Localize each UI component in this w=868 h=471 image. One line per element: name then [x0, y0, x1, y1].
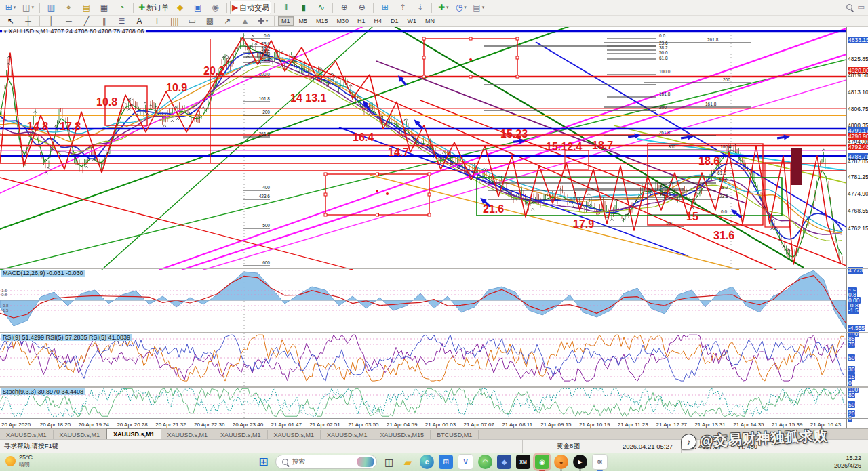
- more-tools-button[interactable]: ✚▾: [254, 14, 271, 28]
- fibonacci-tool[interactable]: ≣: [113, 14, 130, 28]
- taskbar-search-box[interactable]: 搜索: [275, 455, 377, 469]
- store-button[interactable]: ⊞: [439, 455, 453, 469]
- svg-text:14.7: 14.7: [388, 146, 409, 158]
- toolbar-separator: [274, 16, 275, 26]
- tile-windows-button[interactable]: ⊞: [376, 1, 393, 14]
- period-button-caret[interactable]: ▾: [464, 5, 467, 10]
- add-indicator-button[interactable]: ✚▾: [435, 1, 452, 14]
- period-button[interactable]: ◷▾: [452, 1, 469, 14]
- arrange-down-button[interactable]: ⇣: [412, 1, 429, 14]
- timeframe-mn[interactable]: MN: [422, 16, 438, 26]
- pattern-tool[interactable]: ▩: [201, 14, 218, 28]
- toolbar-layout-icon[interactable]: ▭: [858, 3, 865, 12]
- taskbar-clock[interactable]: 15:22 2026/4/26: [834, 455, 861, 470]
- shapes-tool[interactable]: ▭: [184, 14, 201, 28]
- svg-text:423.6: 423.6: [259, 194, 271, 199]
- more-tools-button-caret[interactable]: ▾: [266, 18, 269, 24]
- chart-tab[interactable]: XAUUSD.s,M1: [161, 430, 215, 439]
- data-window-button[interactable]: ⌖: [60, 1, 77, 14]
- timeframe-m5[interactable]: M5: [296, 16, 311, 26]
- search-highlight-image[interactable]: [357, 457, 374, 467]
- triangle-tool[interactable]: ▲: [237, 14, 254, 28]
- candle-chart-button[interactable]: ▮: [295, 1, 312, 14]
- timeframe-d1[interactable]: D1: [387, 16, 402, 26]
- zoom-in-button[interactable]: ⊕: [336, 1, 353, 14]
- template-button[interactable]: ▤▾: [470, 1, 487, 14]
- crosshair-tool[interactable]: ┼: [20, 14, 37, 28]
- toolbar-separator: [274, 3, 275, 13]
- edge-button[interactable]: e: [420, 455, 434, 469]
- chart-canvas[interactable]: 0.023.638.250.061.8100.0161.8200261.8400…: [0, 27, 846, 428]
- zoom-out-button[interactable]: ⊖: [353, 1, 370, 14]
- timeframe-h4[interactable]: H4: [371, 16, 386, 26]
- bar-chart-button[interactable]: ‖: [277, 1, 294, 14]
- navigator-button[interactable]: ▤: [78, 1, 95, 14]
- market-watch-button[interactable]: ▥: [43, 1, 60, 14]
- weather-widget[interactable]: 25°C 晴朗: [5, 454, 33, 468]
- wechat-button[interactable]: ◉: [535, 455, 549, 469]
- bot-app-button[interactable]: ◒: [554, 455, 568, 469]
- chart-tab[interactable]: XAUUSD.s,M1: [0, 430, 54, 439]
- profiles-button-caret[interactable]: ▾: [31, 5, 34, 10]
- file-explorer-button[interactable]: ▰: [401, 455, 415, 469]
- svg-text:100.0: 100.0: [659, 69, 671, 74]
- line-chart-button[interactable]: ∿: [313, 1, 330, 14]
- metaeditor-button[interactable]: ◆: [172, 1, 189, 14]
- autotrade-button[interactable]: ▶自动交易: [230, 1, 271, 14]
- profiles-button[interactable]: ◫▾: [20, 1, 37, 14]
- search-icon: [282, 459, 288, 465]
- strategy-tester-button[interactable]: ◔: [113, 1, 130, 14]
- chevron-down-icon[interactable]: ▾: [4, 29, 7, 34]
- cycle-lines-tool[interactable]: ||||: [166, 14, 183, 28]
- xm-app-button[interactable]: XM: [516, 455, 530, 469]
- chart-tab[interactable]: XAUUSD.s,M1: [214, 430, 268, 439]
- chart-tab[interactable]: BTCUSD,M1: [431, 430, 479, 439]
- panel-splitter[interactable]: [0, 332, 868, 333]
- timeframe-m15[interactable]: M15: [313, 16, 332, 26]
- add-indicator-button-caret[interactable]: ▾: [446, 5, 449, 10]
- start-button[interactable]: ⊞: [256, 455, 271, 469]
- taskview-button[interactable]: ◫: [382, 455, 396, 469]
- cursor-tool[interactable]: ↖: [2, 14, 19, 28]
- v-app-button[interactable]: V: [458, 454, 473, 470]
- channel-tool[interactable]: ∥: [96, 14, 113, 28]
- text-tool[interactable]: A: [131, 14, 148, 28]
- timeframe-w1[interactable]: W1: [404, 16, 420, 26]
- timeframe-m1[interactable]: M1: [278, 16, 294, 26]
- vline-tool[interactable]: │: [43, 14, 60, 28]
- terminal-button[interactable]: ▦: [96, 1, 113, 14]
- template-button-caret[interactable]: ▾: [482, 5, 485, 10]
- new-chart-button[interactable]: ⊞▾: [2, 1, 19, 14]
- new-order-button[interactable]: ✚新订单: [136, 1, 171, 14]
- status-profile[interactable]: 黄金8图: [522, 440, 614, 453]
- experts-button[interactable]: ▣: [189, 1, 206, 14]
- arrow-line-tool-icon: ↗: [224, 17, 231, 25]
- panel-splitter[interactable]: [0, 386, 868, 388]
- pattern-tool-icon: ▩: [206, 17, 214, 25]
- toolbar-search-icon[interactable]: [846, 4, 852, 10]
- chart-tab[interactable]: XAUUSD.s,M1: [321, 430, 374, 439]
- label-tool[interactable]: T: [149, 14, 165, 28]
- arrow-line-tool[interactable]: ↗: [219, 14, 236, 28]
- new-chart-button-caret[interactable]: ▾: [14, 5, 16, 10]
- arrange-up-button[interactable]: ⇡: [394, 1, 411, 14]
- weather-temp: 25°C: [19, 454, 33, 462]
- chart-tab[interactable]: XAUUSD.s,M1: [106, 428, 161, 439]
- chart-tab[interactable]: XAUUSD.s,M1: [268, 430, 321, 439]
- hline-tool[interactable]: ─: [60, 14, 77, 28]
- svg-text:61.8: 61.8: [261, 57, 270, 62]
- panel-splitter[interactable]: [0, 268, 868, 269]
- trendline-tool[interactable]: ╱: [78, 14, 95, 28]
- chart-tab[interactable]: XAUUSD.s,M1: [54, 430, 107, 439]
- media-app-button[interactable]: ▶: [573, 455, 587, 469]
- zoom-in-button-icon: ⊕: [341, 3, 348, 12]
- chart-tab[interactable]: XAUUSD.s,M15: [374, 430, 431, 439]
- office-app-button[interactable]: ◆: [497, 455, 511, 469]
- capcut-app-button[interactable]: ≋: [592, 454, 608, 470]
- chart-window[interactable]: 0.023.638.250.061.8100.0161.8200261.8400…: [0, 27, 846, 428]
- web-terminal-button[interactable]: ◉: [207, 1, 224, 14]
- browser-app-button[interactable]: ◠: [478, 455, 492, 469]
- timeframe-m30[interactable]: M30: [334, 16, 353, 26]
- status-spacer: [62, 440, 522, 453]
- timeframe-h1[interactable]: H1: [354, 16, 369, 26]
